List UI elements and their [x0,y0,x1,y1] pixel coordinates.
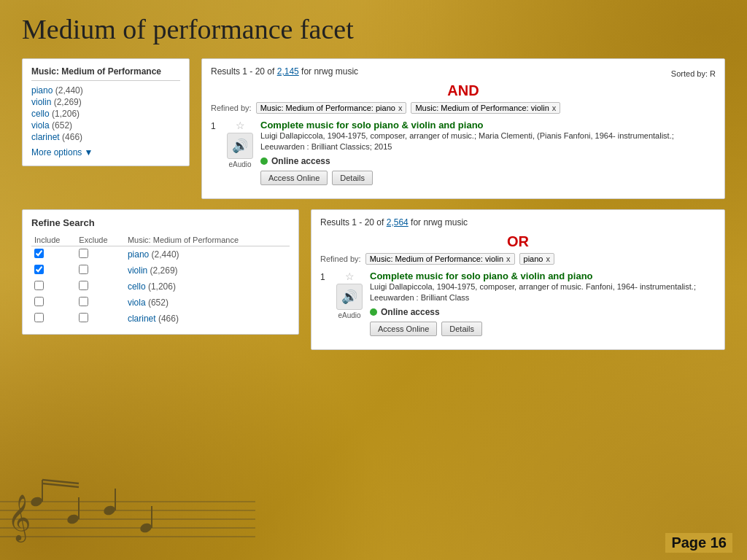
bottom-result-panel: Results 1 - 20 of 2,564 for nrwg music O… [311,209,725,350]
viola-include-checkbox[interactable] [34,297,44,306]
facet-violin-count: (2,269) [54,97,82,107]
top-result-number: 1 [211,120,220,131]
list-item: piano (2,440) [31,85,180,96]
refine-violin-count: (2,269) [150,265,178,276]
clarinet-exclude-checkbox[interactable] [79,313,88,322]
top-details-button[interactable]: Details [332,171,373,185]
bottom-star-icon[interactable]: ☆ [345,271,355,282]
refine-panel: Refine Search Include Exclude Music: Med… [22,209,299,335]
more-options-link[interactable]: More options ▼ [31,147,93,158]
bottom-refined-tag-violin: Music: Medium of Performance: violin x [365,253,515,265]
piano-exclude-checkbox[interactable] [79,249,88,258]
facet-cello-link[interactable]: cello [31,109,50,119]
cello-exclude-checkbox[interactable] [79,281,88,290]
list-item: cello (1,206) [31,109,180,119]
top-result-count-link[interactable]: 2,145 [277,66,299,77]
violin-exclude-checkbox[interactable] [79,265,88,274]
bottom-remove-piano-tag-btn[interactable]: x [546,254,550,263]
bottom-access-online-button[interactable]: Access Online [370,322,437,336]
top-result-meta: Luigi Dallapiccola, 1904-1975, composer,… [260,131,716,153]
remove-piano-tag-btn[interactable]: x [398,104,403,112]
top-result-item: 1 ☆ 🔊 eAudio Complete music for solo pia… [211,120,716,185]
facet-panel-heading: Music: Medium of Performance [31,66,180,81]
facet-clarinet-link[interactable]: clarinet [31,132,60,142]
audio-icon: 🔊 [227,133,253,159]
table-row: clarinet (466) [31,311,290,327]
bottom-online-access: Online access [370,307,716,317]
table-row: cello (1,206) [31,279,290,295]
bottom-result-title-link[interactable]: Complete music for solo piano & violin a… [370,271,593,281]
top-result-icon-block: ☆ 🔊 eAudio [227,120,253,168]
refine-viola-link[interactable]: viola [128,298,146,308]
bottom-result-icon-block: ☆ 🔊 eAudio [336,271,363,319]
bottom-details-button[interactable]: Details [441,322,482,336]
bottom-remove-violin-tag-btn[interactable]: x [506,254,511,263]
top-refined-by-row: Refined by: Music: Medium of Performance… [211,102,716,114]
bottom-green-dot-icon [370,308,377,316]
list-item: viola (652) [31,120,180,131]
facet-cello-count: (1,206) [52,109,80,119]
list-item: clarinet (466) [31,132,180,142]
bottom-refined-tag-piano: piano x [519,253,554,265]
refine-piano-link[interactable]: piano [128,249,149,260]
refine-piano-count: (2,440) [152,249,179,260]
bottom-audio-icon: 🔊 [336,284,363,310]
refined-tag-violin: Music: Medium of Performance: violin x [411,102,560,114]
facet-panel: Music: Medium of Performance piano (2,44… [22,58,190,166]
bottom-result-number: 1 [320,271,329,282]
top-result-panel: Results 1 - 20 of 2,145 for nrwg music S… [201,58,725,199]
col-exclude-header: Exclude [76,234,125,246]
table-row: violin (2,269) [31,262,290,279]
violin-include-checkbox[interactable] [34,265,44,274]
facet-viola-link[interactable]: viola [31,120,50,131]
bottom-result-meta: Luigi Dallapiccola, 1904-1975, composer,… [370,281,716,304]
bottom-result-item: 1 ☆ 🔊 eAudio Complete music for solo pia… [320,271,716,336]
clarinet-include-checkbox[interactable] [34,313,44,322]
top-access-online-button[interactable]: Access Online [260,171,328,185]
facet-piano-link[interactable]: piano [31,85,53,96]
speaker-icon: 🔊 [232,138,248,154]
piano-include-checkbox[interactable] [34,249,44,258]
and-label: AND [211,82,716,99]
sorted-by: Sorted by: R [671,69,716,78]
bottom-result-header: Results 1 - 20 of 2,564 for nrwg music [320,217,468,228]
facet-piano-count: (2,440) [55,85,83,96]
bottom-eaudio-label: eAudio [338,311,360,319]
refine-violin-link[interactable]: violin [128,265,147,276]
refined-by-label: Refined by: [211,104,252,112]
remove-violin-tag-btn[interactable]: x [552,104,557,112]
star-icon[interactable]: ☆ [236,120,245,131]
page-number: Page 16 [665,533,732,553]
bottom-row: Refine Search Include Exclude Music: Med… [22,209,725,350]
bottom-refined-by-label: Refined by: [320,254,361,263]
list-item: violin (2,269) [31,97,180,107]
col-include-header: Include [31,234,76,246]
facet-viola-count: (652) [52,120,72,131]
bottom-btn-row: Access Online Details [370,322,716,336]
cello-include-checkbox[interactable] [34,281,44,290]
eaudio-label: eAudio [228,160,251,168]
refine-clarinet-count: (466) [158,314,179,324]
refine-viola-count: (652) [148,298,169,308]
facet-list: piano (2,440) violin (2,269) cello (1,20… [31,85,180,142]
top-row: Music: Medium of Performance piano (2,44… [22,58,725,199]
bottom-result-details: Complete music for solo piano & violin a… [370,271,716,336]
bottom-speaker-icon: 🔊 [341,289,357,305]
facet-clarinet-count: (466) [62,132,82,142]
top-online-access: Online access [260,156,716,166]
top-result-details: Complete music for solo piano & violin a… [260,120,716,185]
col-facet-header: Music: Medium of Performance [125,234,290,246]
bottom-result-count-link[interactable]: 2,564 [387,217,409,228]
refine-clarinet-link[interactable]: clarinet [128,314,156,324]
refine-panel-heading: Refine Search [31,217,290,228]
bottom-result-header-row: Results 1 - 20 of 2,564 for nrwg music [320,217,716,232]
or-label: OR [320,233,716,250]
top-result-header: Results 1 - 20 of 2,145 for nrwg music [211,66,358,77]
refined-tag-piano: Music: Medium of Performance: piano x [256,102,407,114]
refine-table: Include Exclude Music: Medium of Perform… [31,234,290,327]
top-result-title-link[interactable]: Complete music for solo piano & violin a… [260,120,484,131]
refine-cello-link[interactable]: cello [128,281,146,292]
viola-exclude-checkbox[interactable] [79,297,88,306]
facet-violin-link[interactable]: violin [31,97,51,107]
panels-container: Music: Medium of Performance piano (2,44… [22,58,725,350]
